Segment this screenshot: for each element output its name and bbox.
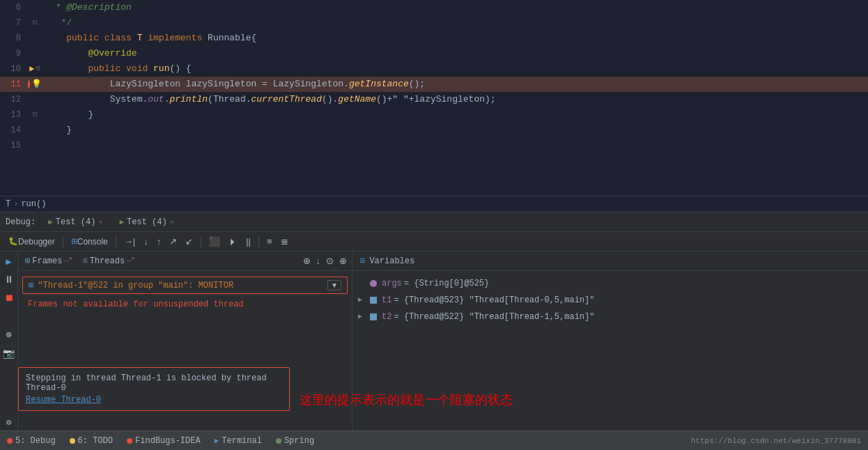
line-content-11: LazySingleton lazySingleton = LazySingle… [42,77,868,92]
t1-type-icon [370,297,377,304]
code-line-8: 8 public class T implements Runnable{ [0,31,868,46]
settings-btn[interactable]: ≡ [264,235,275,248]
toolbar-sep-3 [201,236,201,247]
debugger-label: Debugger [18,237,55,247]
ft-copy-btn[interactable]: ⊕ [301,254,313,267]
pause-program-btn[interactable]: ⏸ [3,273,15,287]
debug-tab-2-label: Test (4) [127,217,167,227]
var-value-args: = {String[0]@525} [404,277,489,290]
line-content-7: */ [42,15,868,31]
expand-t1[interactable]: ▶ [358,293,368,307]
variables-icon: ≡ [359,256,365,267]
debug-tab-1[interactable]: ▶ Test (4) ✕ [44,216,107,228]
resume-program-btn[interactable]: ▶ [4,254,13,269]
status-notification: Stepping in thread Thread-1 is blocked b… [18,367,290,411]
settings-side-btn[interactable]: ⚙ [5,417,13,429]
fold-icon-7[interactable]: ⊟ [33,15,37,31]
taskbar-spring-label: Spring [284,436,314,446]
status-line-1: Stepping in thread Thread-1 is blocked b… [26,373,282,393]
mute-btn[interactable]: || [243,235,254,248]
taskbar-debug-label: 5: Debug [15,436,56,446]
code-line-15: 15 [0,138,868,153]
breadcrumb-separator: › [13,199,18,209]
step-out-btn[interactable]: ↑ [154,235,164,248]
debug-tab-2-close[interactable]: ✕ [170,218,174,226]
taskbar-todo[interactable]: 6: TODO [63,431,120,450]
debug-label: Debug: [6,217,36,227]
taskbar-todo-label: 6: TODO [78,436,113,446]
bottom-actions: ⚙ [5,417,13,430]
taskbar-findbugs[interactable]: FindBugs-IDEA [120,431,208,450]
fold-icon-10[interactable]: ⊟ [36,61,40,77]
findbugs-dot-icon [127,438,132,444]
taskbar-findbugs-label: FindBugs-IDEA [135,436,201,446]
chinese-annotation: 这里的提示表示的就是一个阻塞的状态 [300,391,513,408]
line-number-12: 12 [0,92,28,107]
debugger-btn[interactable]: 🐛 Debugger [6,235,58,248]
gutter-13: ⊟ [28,107,42,123]
var-value-t1: = {Thread@523} "Thread[Thread-0,5,main]" [394,293,594,307]
stop-btn[interactable]: ⬛ [206,235,223,248]
variables-title: Variables [369,256,414,266]
step-arrow-icon: ▶ [29,61,34,77]
step-over-btn[interactable]: →| [121,235,138,248]
taskbar-spring[interactable]: Spring [269,431,321,450]
breakpoint-icon-11[interactable] [28,80,30,88]
resume-thread-link[interactable]: Resume Thread-0 [26,395,101,405]
lightbulb-icon-11[interactable]: 💡 [31,77,42,92]
step-into-btn[interactable]: ↓ [141,235,151,248]
expand-t2[interactable]: ▶ [358,310,368,324]
stop-program-btn[interactable]: ⏹ [3,291,15,305]
code-line-10: 10 ▶ ⊟ public void run() { [0,61,868,77]
debug-tab-1-close[interactable]: ✕ [98,218,102,226]
line-content-13: } [42,107,868,123]
code-line-7: 7 ⊟ */ [0,15,868,31]
code-line-12: 12 System.out.println(Thread.currentThre… [0,92,868,107]
taskbar-terminal[interactable]: ▶ Terminal [208,431,269,450]
code-line-9: 9 @Override [0,46,868,61]
view-breakpoints-btn[interactable]: ⊗ [4,327,13,342]
frames-tab[interactable]: ⊞ Frames →* [21,254,77,268]
gutter-7[interactable]: ⊟ [28,15,42,31]
toolbar-sep-4 [258,236,259,247]
gutter-10: ▶ ⊟ [28,61,42,77]
layout-btn[interactable]: ≣ [278,235,291,248]
line-number-10: 10 [0,61,28,77]
line-number-9: 9 [0,46,28,61]
ft-down-btn[interactable]: ↓ [314,254,323,267]
thread-name-label: "Thread-1"@522 in group "main": MONITOR [38,281,323,290]
eval-btn[interactable]: ↙ [183,235,196,248]
breadcrumb-item1[interactable]: T [6,199,10,209]
threads-tab[interactable]: ≡ Threads →* [78,254,139,268]
debug-tab-2[interactable]: ▶ Test (4) ✕ [115,216,178,228]
resume-btn[interactable]: ⏵ [226,235,240,248]
breadcrumb-item2[interactable]: run() [21,199,46,209]
left-action-column: ▶ ⏸ ⏹ ⊗ 📷 ⚙ [0,251,18,430]
line-content-8: public class T implements Runnable{ [42,31,868,46]
line-number-13: 13 [0,107,28,123]
code-lines: 6 * @Description 7 ⊟ */ 8 public class T… [0,0,868,196]
ft-add-btn[interactable]: ⊕ [337,254,349,267]
thread-dropdown-button[interactable]: ▼ [327,280,341,290]
console-label: Console [77,237,108,247]
taskbar-debug[interactable]: 5: Debug [0,431,63,450]
ft-filter-btn[interactable]: ⊙ [324,254,336,267]
line-number-15: 15 [0,138,28,153]
main-window: 6 * @Description 7 ⊟ */ 8 public class T… [0,0,868,450]
threads-icon: ≡ [82,256,87,266]
line-content-14: } [42,123,868,138]
line-number-11: 11 [0,77,28,92]
frames-suffix: →* [64,257,72,265]
fold-icon-13[interactable]: ⊟ [33,107,37,123]
toolbar-sep-1 [63,236,63,247]
run-cursor-btn[interactable]: ↗ [166,235,180,248]
todo-dot-icon [70,438,75,444]
var-name-t2: t2 [382,310,392,324]
test-icon-1: ▶ [48,217,53,226]
taskbar: 5: Debug 6: TODO FindBugs-IDEA ▶ Termina… [0,430,868,450]
camera-btn[interactable]: 📷 [1,346,16,361]
var-row-t2: ▶ t2 = {Thread@522} "Thread[Thread-1,5,m… [358,309,862,325]
console-btn[interactable]: ⊞ Console [68,235,111,248]
code-line-11: 11 💡 LazySingleton lazySingleton = LazyS… [0,77,868,92]
line-number-6: 6 [0,0,28,15]
